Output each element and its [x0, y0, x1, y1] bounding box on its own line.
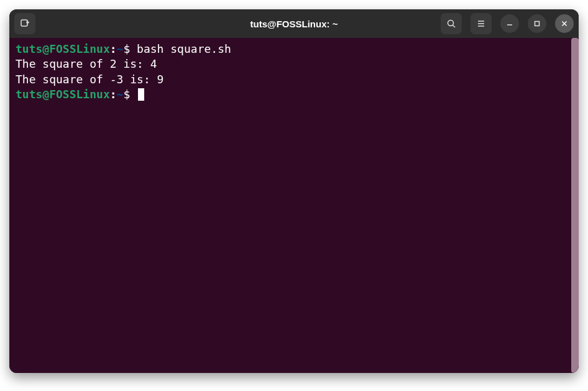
close-button[interactable] [555, 14, 574, 33]
minimize-button[interactable] [500, 14, 519, 33]
terminal-window: tuts@FOSSLinux: ~ [9, 9, 579, 373]
hamburger-icon [476, 19, 486, 29]
menu-button[interactable] [471, 13, 492, 34]
search-button[interactable] [441, 13, 462, 34]
svg-rect-7 [535, 22, 540, 26]
terminal-line: The square of -3 is: 9 [16, 72, 572, 87]
prompt-path: ~ [117, 88, 124, 101]
prompt-symbol: $ [123, 42, 137, 55]
svg-point-1 [448, 21, 454, 26]
titlebar-left [14, 13, 35, 34]
maximize-button[interactable] [528, 14, 546, 33]
terminal-line: tuts@FOSSLinux:~$ bash square.sh [16, 42, 572, 57]
maximize-icon [533, 20, 541, 27]
minimize-icon [506, 20, 513, 27]
svg-rect-0 [21, 20, 27, 26]
terminal-content[interactable]: tuts@FOSSLinux:~$ bash square.shThe squa… [9, 38, 579, 373]
new-tab-icon [20, 19, 30, 29]
output-text: The square of -3 is: 9 [16, 73, 163, 86]
prompt-symbol: $ [123, 88, 137, 101]
terminal-line: The square of 2 is: 4 [16, 57, 572, 71]
window-title: tuts@FOSSLinux: ~ [250, 19, 338, 29]
titlebar-right [441, 13, 574, 34]
new-tab-button[interactable] [14, 13, 35, 34]
command-text: bash square.sh [137, 42, 231, 55]
prompt-user: tuts@FOSSLinux [16, 42, 110, 55]
prompt-user: tuts@FOSSLinux [16, 88, 110, 101]
scrollbar-thumb[interactable] [571, 38, 579, 373]
prompt-path: ~ [117, 42, 124, 55]
close-icon [561, 20, 568, 27]
prompt-separator: : [110, 88, 117, 101]
search-icon [446, 19, 456, 29]
titlebar: tuts@FOSSLinux: ~ [9, 9, 579, 38]
cursor [138, 88, 144, 101]
terminal-line: tuts@FOSSLinux:~$ [16, 87, 572, 102]
scrollbar[interactable] [571, 38, 579, 373]
output-text: The square of 2 is: 4 [16, 57, 157, 70]
prompt-separator: : [110, 42, 117, 55]
svg-line-2 [453, 25, 456, 28]
